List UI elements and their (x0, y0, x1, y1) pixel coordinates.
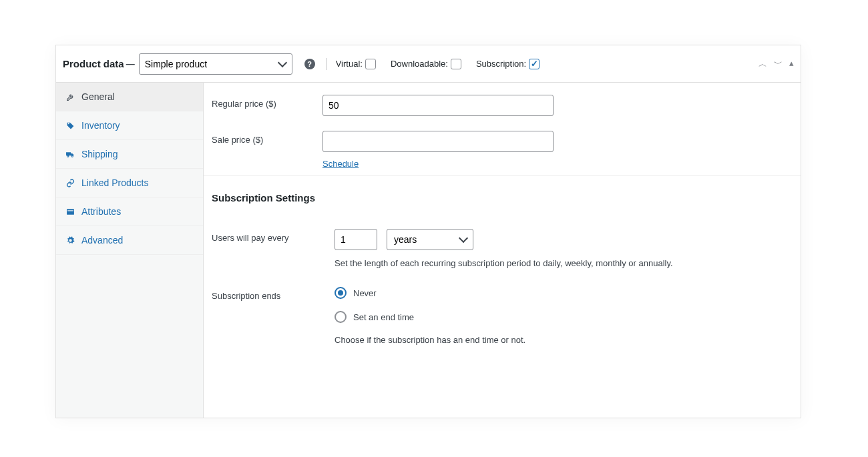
subscription-ends-controls: Never Set an end time Choose if the subs… (335, 287, 525, 345)
panel-icon (65, 207, 75, 216)
wrench-icon (65, 92, 75, 101)
sidebar-item-general[interactable]: General (56, 83, 203, 111)
downloadable-label-text: Downloadable: (391, 59, 448, 69)
radio-set-end-row[interactable]: Set an end time (335, 311, 525, 323)
link-icon (65, 178, 75, 187)
subscription-checkbox[interactable] (529, 59, 539, 69)
sidebar-item-label: Attributes (81, 206, 121, 217)
subscription-section-title: Subscription Settings (212, 192, 793, 203)
svg-point-1 (71, 155, 73, 157)
radio-never-row[interactable]: Never (335, 287, 525, 299)
move-up-icon[interactable]: ︿ (758, 58, 767, 70)
sidebar-item-label: Shipping (81, 149, 118, 159)
regular-price-control (322, 95, 554, 116)
radio-never[interactable] (335, 287, 347, 299)
period-select-wrap: years (387, 229, 473, 250)
sidebar-item-label: Linked Products (81, 177, 148, 188)
section-divider (204, 175, 801, 176)
regular-price-row: Regular price ($) (212, 95, 793, 116)
users-pay-label: Users will pay every (212, 229, 335, 243)
regular-price-label: Regular price ($) (212, 95, 322, 109)
subscription-checkbox-label[interactable]: Subscription: (476, 59, 539, 69)
dash-separator: — (126, 59, 135, 69)
product-type-select[interactable]: Simple product (139, 53, 292, 75)
downloadable-checkbox-label[interactable]: Downloadable: (391, 59, 461, 69)
radio-set-end-label: Set an end time (353, 312, 414, 322)
radio-set-end[interactable] (335, 311, 347, 323)
move-down-icon[interactable]: ﹀ (774, 58, 783, 70)
subscription-ends-row: Subscription ends Never Set an end time … (212, 287, 793, 345)
schedule-link[interactable]: Schedule (322, 159, 359, 169)
gear-icon (65, 236, 75, 245)
sidebar-item-linked-products[interactable]: Linked Products (56, 169, 203, 197)
users-pay-row: Users will pay every years Set the lengt… (212, 229, 793, 268)
subscription-ends-label: Subscription ends (212, 287, 335, 301)
sidebar-item-label: Inventory (81, 120, 120, 131)
collapse-icon[interactable]: ▴ (789, 58, 794, 70)
virtual-checkbox[interactable] (365, 59, 376, 69)
product-flags: Virtual: Downloadable: Subscription: (336, 59, 539, 69)
svg-point-0 (67, 155, 69, 157)
period-select[interactable]: years (387, 229, 473, 250)
sidebar-item-advanced[interactable]: Advanced (56, 226, 203, 255)
period-helper-text: Set the length of each recurring subscri… (335, 258, 673, 268)
sidebar-item-inventory[interactable]: Inventory (56, 111, 203, 140)
users-pay-controls: years Set the length of each recurring s… (335, 229, 673, 268)
sidebar-item-shipping[interactable]: Shipping (56, 140, 203, 169)
virtual-label-text: Virtual: (336, 59, 363, 69)
panel-header-tools: ︿ ﹀ ▴ (758, 58, 794, 70)
radio-never-label: Never (353, 288, 377, 298)
panel-body: General Inventory Shipping Linked Produc… (56, 83, 801, 418)
regular-price-input[interactable] (322, 95, 554, 116)
svg-rect-2 (67, 209, 74, 215)
help-icon[interactable]: ? (304, 59, 315, 69)
panel-header: Product data — Simple product ? Virtual:… (56, 45, 801, 83)
virtual-checkbox-label[interactable]: Virtual: (336, 59, 376, 69)
sale-price-row: Sale price ($) Schedule (212, 131, 793, 169)
truck-icon (65, 149, 75, 159)
sidebar-item-label: General (81, 91, 115, 102)
sale-price-label: Sale price ($) (212, 131, 322, 145)
tag-icon (65, 121, 75, 130)
svg-rect-3 (67, 210, 73, 211)
product-type-select-wrap: Simple product (139, 53, 292, 75)
downloadable-checkbox[interactable] (451, 59, 461, 69)
panel-title: Product data (63, 58, 124, 69)
sidebar-item-attributes[interactable]: Attributes (56, 197, 203, 226)
subscription-label-text: Subscription: (476, 59, 526, 69)
sale-price-control: Schedule (322, 131, 554, 169)
content-area: Regular price ($) Sale price ($) Schedul… (204, 83, 801, 418)
vertical-divider (326, 58, 327, 70)
interval-input[interactable] (335, 229, 377, 250)
sidebar-item-label: Advanced (81, 235, 123, 246)
product-data-panel: Product data — Simple product ? Virtual:… (55, 45, 801, 418)
ends-helper-text: Choose if the subscription has an end ti… (335, 335, 525, 345)
product-tabs-sidebar: General Inventory Shipping Linked Produc… (56, 83, 204, 418)
sale-price-input[interactable] (322, 131, 554, 152)
